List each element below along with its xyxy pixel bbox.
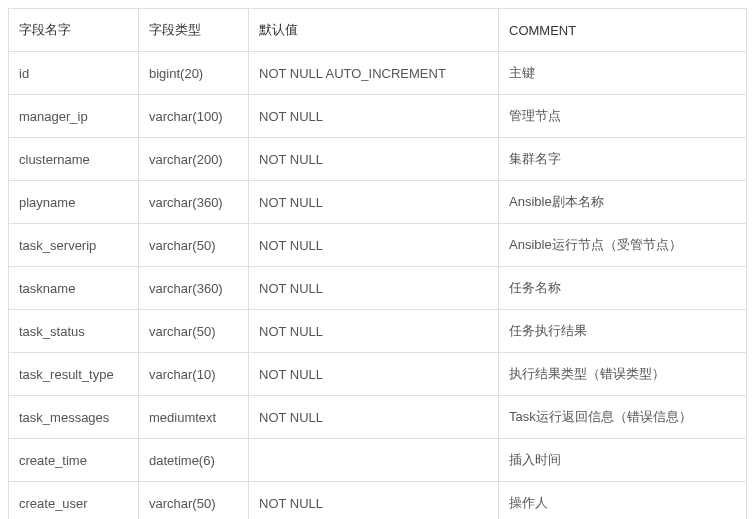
header-comment: COMMENT	[499, 9, 747, 52]
cell-comment: 任务执行结果	[499, 310, 747, 353]
cell-default-value: NOT NULL	[249, 396, 499, 439]
cell-field-type: varchar(10)	[139, 353, 249, 396]
cell-comment: 主键	[499, 52, 747, 95]
cell-comment: 管理节点	[499, 95, 747, 138]
cell-field-name: id	[9, 52, 139, 95]
cell-default-value: NOT NULL	[249, 267, 499, 310]
table-row: create_time datetime(6) 插入时间	[9, 439, 747, 482]
cell-comment: 任务名称	[499, 267, 747, 310]
table-row: task_result_type varchar(10) NOT NULL 执行…	[9, 353, 747, 396]
table-row: taskname varchar(360) NOT NULL 任务名称	[9, 267, 747, 310]
cell-default-value: NOT NULL	[249, 353, 499, 396]
cell-comment: 执行结果类型（错误类型）	[499, 353, 747, 396]
table-row: task_serverip varchar(50) NOT NULL Ansib…	[9, 224, 747, 267]
table-row: id bigint(20) NOT NULL AUTO_INCREMENT 主键	[9, 52, 747, 95]
table-row: manager_ip varchar(100) NOT NULL 管理节点	[9, 95, 747, 138]
table-row: task_status varchar(50) NOT NULL 任务执行结果	[9, 310, 747, 353]
table-row: playname varchar(360) NOT NULL Ansible剧本…	[9, 181, 747, 224]
schema-table: 字段名字 字段类型 默认值 COMMENT id bigint(20) NOT …	[8, 8, 747, 519]
cell-default-value: NOT NULL AUTO_INCREMENT	[249, 52, 499, 95]
cell-field-type: bigint(20)	[139, 52, 249, 95]
cell-field-type: varchar(200)	[139, 138, 249, 181]
header-default-value: 默认值	[249, 9, 499, 52]
cell-default-value: NOT NULL	[249, 482, 499, 520]
cell-field-type: varchar(360)	[139, 267, 249, 310]
cell-default-value: NOT NULL	[249, 181, 499, 224]
cell-default-value: NOT NULL	[249, 95, 499, 138]
cell-field-name: task_status	[9, 310, 139, 353]
cell-field-name: create_time	[9, 439, 139, 482]
cell-comment: Ansible运行节点（受管节点）	[499, 224, 747, 267]
table-row: clustername varchar(200) NOT NULL 集群名字	[9, 138, 747, 181]
header-field-name: 字段名字	[9, 9, 139, 52]
cell-field-type: varchar(50)	[139, 482, 249, 520]
cell-comment: 插入时间	[499, 439, 747, 482]
cell-field-name: create_user	[9, 482, 139, 520]
cell-field-type: mediumtext	[139, 396, 249, 439]
cell-default-value	[249, 439, 499, 482]
table-header-row: 字段名字 字段类型 默认值 COMMENT	[9, 9, 747, 52]
cell-field-type: datetime(6)	[139, 439, 249, 482]
cell-field-name: clustername	[9, 138, 139, 181]
cell-default-value: NOT NULL	[249, 310, 499, 353]
cell-field-type: varchar(50)	[139, 310, 249, 353]
cell-field-name: taskname	[9, 267, 139, 310]
cell-default-value: NOT NULL	[249, 138, 499, 181]
cell-comment: Ansible剧本名称	[499, 181, 747, 224]
cell-field-name: playname	[9, 181, 139, 224]
cell-default-value: NOT NULL	[249, 224, 499, 267]
cell-field-name: task_messages	[9, 396, 139, 439]
cell-field-name: task_serverip	[9, 224, 139, 267]
cell-comment: 集群名字	[499, 138, 747, 181]
table-row: create_user varchar(50) NOT NULL 操作人	[9, 482, 747, 520]
cell-comment: 操作人	[499, 482, 747, 520]
table-row: task_messages mediumtext NOT NULL Task运行…	[9, 396, 747, 439]
cell-field-type: varchar(360)	[139, 181, 249, 224]
header-field-type: 字段类型	[139, 9, 249, 52]
cell-field-type: varchar(100)	[139, 95, 249, 138]
cell-field-type: varchar(50)	[139, 224, 249, 267]
cell-comment: Task运行返回信息（错误信息）	[499, 396, 747, 439]
cell-field-name: manager_ip	[9, 95, 139, 138]
cell-field-name: task_result_type	[9, 353, 139, 396]
